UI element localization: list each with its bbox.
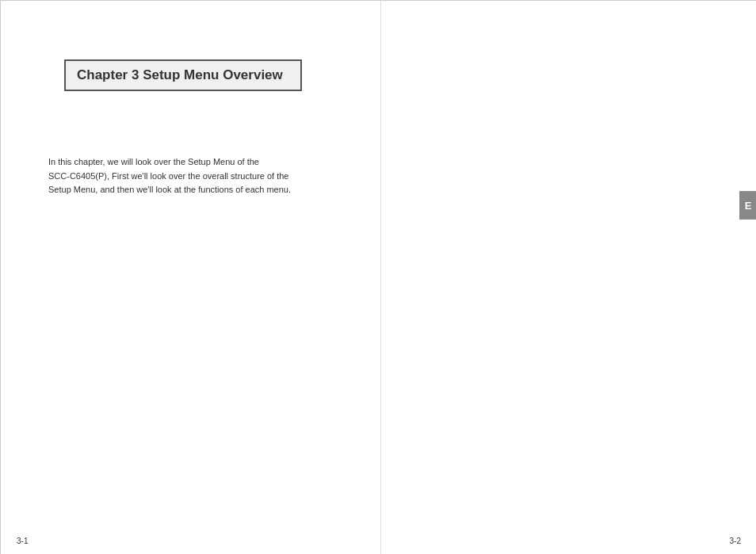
page-container: SCC-C6405P(Eng)005048 2005.12.28 9:27 PM… (0, 0, 756, 554)
body-text: In this chapter, we will look over the S… (48, 155, 334, 197)
left-page: Chapter 3 Setup Menu Overview In this ch… (1, 1, 381, 554)
body-line2: SCC-C6405(P), First we'll look over the … (48, 170, 334, 184)
right-page: Structure of the Setup Menu E 3-2 CAMERA… (381, 1, 756, 554)
chapter-title: Chapter 3 Setup Menu Overview (77, 67, 283, 82)
e-tab: E (739, 191, 756, 220)
body-line1: In this chapter, we will look over the S… (48, 155, 334, 170)
page-number-left: 3-1 (17, 537, 28, 545)
chapter-title-box: Chapter 3 Setup Menu Overview (64, 59, 302, 91)
body-line3: Setup Menu, and then we'll look at the f… (48, 183, 334, 197)
page-number-right: 3-2 (730, 537, 741, 545)
